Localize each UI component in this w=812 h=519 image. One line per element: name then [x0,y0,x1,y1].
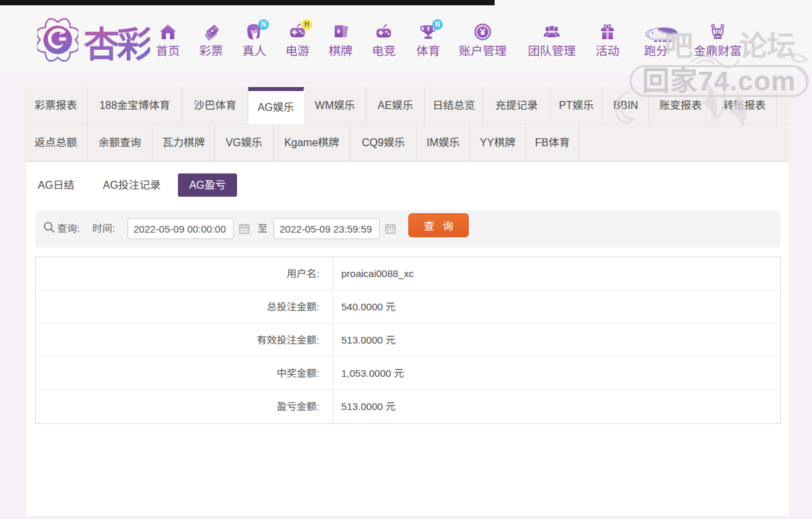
time-label: 时间: [92,222,115,235]
nav-item-paofen-rhino[interactable]: 跑分 [644,23,668,60]
paofen-rhino-icon [644,23,681,41]
subtab-AG盈亏[interactable]: AG盈亏 [178,173,237,197]
subtab-AG投注记录[interactable]: AG投注记录 [103,173,161,197]
tab-充提记录[interactable]: 充提记录 [483,87,550,124]
tab-VG娱乐[interactable]: VG娱乐 [215,124,274,161]
tab-WM娱乐[interactable]: WM娱乐 [304,87,366,124]
report-row-label: 中奖金额: [36,357,333,389]
badge-n-icon: N [258,19,269,30]
report-row-value: 513.0000 元 [333,390,396,423]
tab-瓦力棋牌[interactable]: 瓦力棋牌 [153,124,215,161]
report-row-value: proaicai0088_xc [333,257,414,290]
search-icon [43,221,55,233]
calendar-to-icon[interactable] [385,223,396,234]
nav-item-label: 电游 [285,43,309,60]
activity-gift-icon [598,23,617,41]
badge-h-icon: H [301,19,312,30]
to-label: 至 [258,222,268,235]
tab-row-2: 返点总额余额查询瓦力棋牌VG娱乐Kgame棋牌CQ9娱乐IM娱乐YY棋牌FB体育 [25,124,789,161]
tab-IM娱乐[interactable]: IM娱乐 [417,124,470,161]
nav-item-label: 体育 [416,43,440,60]
report-row: 盈亏金额:513.0000 元 [36,390,780,423]
tab-转账报表[interactable]: 转账报表 [712,87,777,124]
tab-CQ9娱乐[interactable]: CQ9娱乐 [351,124,417,161]
nav-item-home[interactable]: 首页 [156,23,180,60]
nav-item-egame-gamepad[interactable]: H电游 [285,23,309,60]
report-row-value: 1,053.0000 元 [333,357,404,389]
nav-item-label: 金鼎财富 [694,43,742,60]
calendar-from-icon[interactable] [239,223,250,234]
tab-YY棋牌[interactable]: YY棋牌 [470,124,526,161]
tab-AE娱乐[interactable]: AE娱乐 [366,87,425,124]
report-row-value: 540.0000 元 [333,290,396,323]
report-tabbar: 彩票报表188金宝博体育沙巴体育AG娱乐WM娱乐AE娱乐日结总览充提记录PT娱乐… [25,87,789,161]
time-from-input[interactable] [127,218,234,239]
subtab-AG日结[interactable]: AG日结 [38,173,74,197]
report-row: 有效投注金额:513.0000 元 [36,324,780,357]
nav-item-team-people[interactable]: 团队管理 [528,23,576,60]
header: 杏彩 首页彩票N真人H电游棋牌电竞N体育账户管理团队管理活动跑分金鼎财富 [0,5,812,73]
live-person-icon: N [245,23,264,41]
report-row-label: 盈亏金额: [36,390,333,423]
tab-row-1: 彩票报表188金宝博体育沙巴体育AG娱乐WM娱乐AE娱乐日结总览充提记录PT娱乐… [25,87,789,124]
search-bar: 查询: 时间: 至 查 询 [35,210,781,247]
tab-沙巴体育[interactable]: 沙巴体育 [183,87,248,124]
nav-item-label: 棋牌 [329,43,353,60]
search-label: 查询: [57,222,80,235]
tab-Kgame棋牌[interactable]: Kgame棋牌 [274,124,351,161]
tab-账变报表[interactable]: 账变报表 [649,87,712,124]
tab-BBIN[interactable]: BBIN [603,87,649,124]
brand-logo-icon[interactable] [37,17,78,63]
lottery-ticket-icon [202,23,220,41]
time-to-input[interactable] [274,218,380,239]
report-row-value: 513.0000 元 [333,324,396,356]
nav-item-label: 彩票 [199,43,223,60]
tab-AG娱乐[interactable]: AG娱乐 [248,87,304,124]
nav-item-label: 团队管理 [528,43,576,60]
nav-item-label: 活动 [596,43,619,60]
badge-n-icon: N [432,19,443,30]
tab-188金宝博体育[interactable]: 188金宝博体育 [88,87,183,124]
esports-gamepad-icon [374,23,393,41]
report-row-label: 用户名: [36,257,333,290]
top-dark-strip [0,0,495,5]
nav-item-activity-gift[interactable]: 活动 [596,23,619,60]
tab-余额查询[interactable]: 余额查询 [88,124,153,161]
report-row-label: 总投注金额: [36,290,333,323]
nav-item-lottery-ticket[interactable]: 彩票 [199,23,223,60]
sports-trophy-icon: N [419,23,438,41]
top-strip [0,0,812,5]
report-row: 总投注金额:540.0000 元 [36,290,780,324]
nav-item-sports-trophy[interactable]: N体育 [416,23,440,60]
wealth-lyre-icon [708,23,727,41]
nav-item-label: 账户管理 [459,43,507,60]
nav-item-label: 首页 [156,43,180,60]
account-coin-icon [473,23,492,41]
tab-FB体育[interactable]: FB体育 [526,124,580,161]
tab-PT娱乐[interactable]: PT娱乐 [550,87,603,124]
egame-gamepad-icon: H [288,23,307,41]
nav-item-account-coin[interactable]: 账户管理 [459,23,507,60]
tab-彩票报表[interactable]: 彩票报表 [25,87,88,124]
cards-icon [331,23,350,41]
nav-item-cards[interactable]: 棋牌 [329,23,353,60]
report-table: 用户名:proaicai0088_xc总投注金额:540.0000 元有效投注金… [35,257,781,424]
brand-logo-text[interactable]: 杏彩 [84,21,150,64]
home-icon [159,23,177,41]
content-panel: AG日结AG投注记录AG盈亏 查询: 时间: 至 查 询 用户名:proaica… [27,162,789,516]
report-row-label: 有效投注金额: [36,324,333,356]
query-button[interactable]: 查 询 [408,213,469,237]
report-row: 用户名:proaicai0088_xc [36,257,780,290]
nav-item-label: 电竞 [372,43,396,60]
nav-item-wealth-lyre[interactable]: 金鼎财富 [694,23,742,60]
tab-日结总览[interactable]: 日结总览 [425,87,483,124]
nav-item-label: 真人 [242,43,266,60]
report-row: 中奖金额:1,053.0000 元 [36,357,780,390]
nav-item-live-person[interactable]: N真人 [242,23,266,60]
tab-返点总额[interactable]: 返点总额 [25,124,88,161]
team-people-icon [542,23,561,41]
nav-item-esports-gamepad[interactable]: 电竞 [372,23,396,60]
